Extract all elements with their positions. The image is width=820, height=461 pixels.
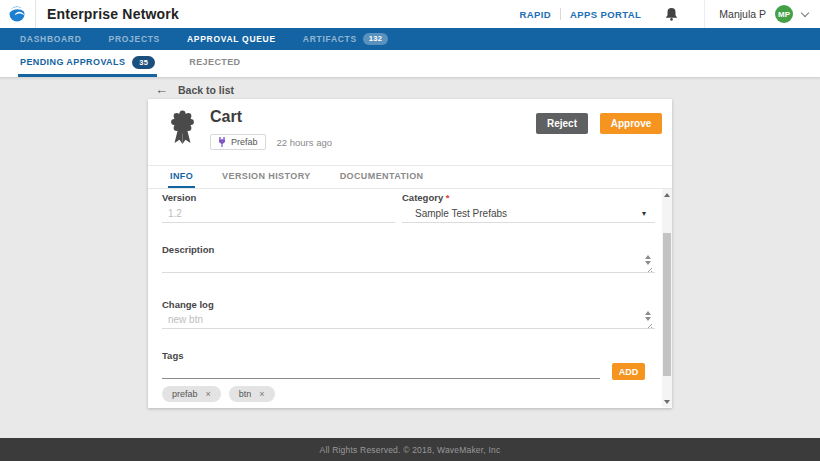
meta-row: Prefab 22 hours ago (210, 134, 332, 150)
category-label: Category * (402, 192, 450, 203)
tags-underline (162, 378, 600, 379)
time-ago: 22 hours ago (277, 137, 332, 148)
top-header: Enterprise Network RAPID APPS PORTAL Man… (0, 0, 820, 28)
copyright-text: All Rights Reserved. © 2018, WaveMaker, … (320, 445, 501, 455)
prefab-type-badge: Prefab (210, 134, 266, 150)
nav-item-artifacts[interactable]: ARTIFACTS 132 (303, 33, 388, 45)
detail-tabs: INFO VERSION HISTORY DOCUMENTATION (148, 165, 672, 188)
nav-item-approval-queue[interactable]: APPROVAL QUEUE (187, 34, 276, 44)
back-to-list-link[interactable]: ← Back to list (155, 83, 234, 96)
description-spinner-icon[interactable] (643, 255, 652, 265)
artifact-title: Cart (210, 108, 242, 126)
scroll-up-icon[interactable] (664, 193, 670, 197)
nav-item-projects[interactable]: PROJECTS (109, 34, 160, 44)
main-content: ← Back to list Cart (0, 78, 820, 438)
reject-button[interactable]: Reject (536, 113, 588, 134)
user-divider (704, 0, 705, 28)
subtab-bar: PENDING APPROVALS 35 REJECTED (0, 50, 820, 78)
version-field: 1.2 (168, 208, 182, 219)
remove-tag-icon[interactable]: × (259, 390, 264, 399)
tag-chip: btn × (229, 386, 275, 402)
changelog-underline (162, 328, 655, 329)
form-scrollbar[interactable] (662, 189, 672, 407)
tab-pending-approvals[interactable]: PENDING APPROVALS 35 (18, 50, 157, 77)
card-header: Cart Prefab 22 hours ago Reject Approve (148, 99, 672, 165)
tab-rejected[interactable]: REJECTED (187, 50, 242, 77)
scrollbar-thumb[interactable] (663, 233, 671, 376)
back-arrow-icon: ← (155, 83, 168, 96)
changelog-label: Change log (162, 299, 214, 310)
user-name: Manjula P (719, 8, 766, 20)
tab-documentation[interactable]: DOCUMENTATION (338, 166, 426, 188)
required-asterisk: * (446, 192, 450, 203)
category-underline (402, 222, 655, 223)
tags-label: Tags (162, 350, 183, 361)
description-underline (162, 272, 655, 273)
tab-info[interactable]: INFO (168, 166, 195, 188)
scroll-down-icon[interactable] (664, 400, 670, 404)
rosette-icon (169, 110, 196, 145)
notifications-button[interactable] (665, 7, 678, 21)
changelog-spinner-icon[interactable] (643, 311, 652, 321)
tag-chips: prefab × btn × (162, 386, 283, 402)
select-caret-icon[interactable]: ▾ (642, 209, 646, 218)
link-divider (560, 8, 561, 20)
info-form: Version 1.2 Category * Sample Test Prefa… (148, 188, 672, 407)
header-divider (35, 0, 36, 28)
version-label: Version (162, 192, 196, 203)
page-footer: All Rights Reserved. © 2018, WaveMaker, … (0, 438, 820, 461)
artifacts-count-badge: 132 (363, 33, 388, 45)
main-nav: DASHBOARD PROJECTS APPROVAL QUEUE ARTIFA… (0, 28, 820, 50)
avatar[interactable]: MP (775, 5, 793, 23)
artifact-detail-card: Cart Prefab 22 hours ago Reject Approve … (148, 99, 672, 408)
prefab-plug-icon (218, 137, 226, 147)
wavemaker-logo-icon (8, 5, 26, 23)
apps-portal-link[interactable]: APPS PORTAL (570, 9, 641, 20)
rapid-link[interactable]: RAPID (519, 9, 551, 20)
app-title: Enterprise Network (47, 6, 179, 22)
description-label: Description (162, 244, 214, 255)
tab-version-history[interactable]: VERSION HISTORY (220, 166, 313, 188)
remove-tag-icon[interactable]: × (206, 390, 211, 399)
approve-button[interactable]: Approve (600, 113, 662, 134)
changelog-textarea[interactable]: new btn (168, 314, 203, 325)
version-underline (162, 222, 395, 223)
tag-chip: prefab × (162, 386, 221, 402)
chevron-down-icon[interactable] (801, 9, 809, 17)
pending-count-badge: 35 (132, 56, 155, 69)
add-tag-button[interactable]: ADD (612, 363, 645, 380)
bell-icon (665, 7, 678, 21)
nav-item-dashboard[interactable]: DASHBOARD (20, 34, 82, 44)
category-select[interactable]: Sample Test Prefabs (415, 208, 507, 219)
